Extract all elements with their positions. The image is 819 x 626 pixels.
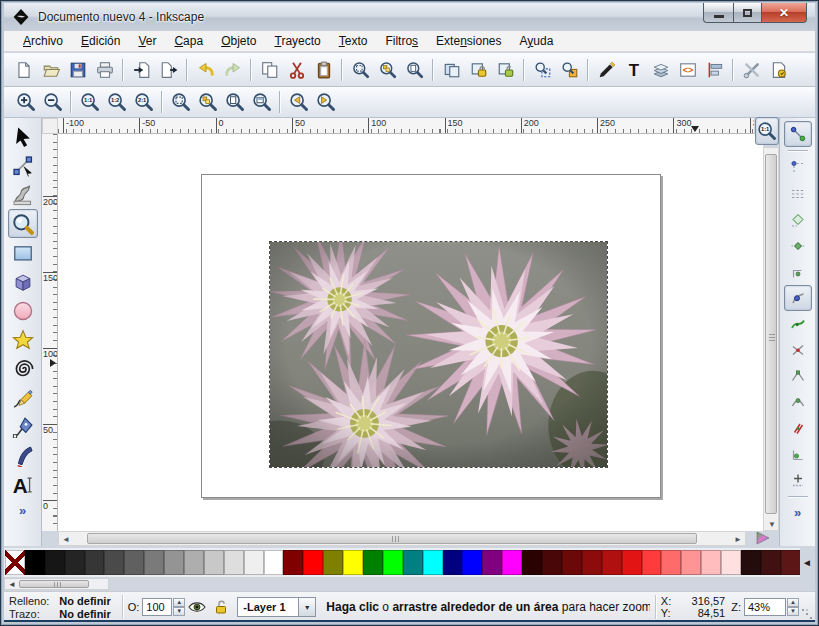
palette-swatch[interactable] <box>661 550 681 575</box>
layer-visibility-eye-icon[interactable] <box>188 599 206 615</box>
xml-editor-button[interactable] <box>674 57 701 83</box>
snap-bbox-corners-button[interactable] <box>784 207 812 233</box>
zoom-2-1-button[interactable]: 2:1 <box>130 89 157 115</box>
text-dialog-button[interactable] <box>620 57 647 83</box>
close-button[interactable]: ✕ <box>762 3 807 23</box>
maximize-button[interactable] <box>733 3 762 23</box>
palette-swatch[interactable] <box>25 550 45 575</box>
palette-swatch[interactable] <box>224 550 244 575</box>
selector-tool[interactable] <box>8 122 38 151</box>
save-button[interactable] <box>64 57 91 83</box>
palette-scrollbar-left-arrow[interactable]: ◄ <box>5 580 19 589</box>
snap-bbox-edges-button[interactable] <box>784 181 812 207</box>
palette-swatch[interactable] <box>602 550 622 575</box>
new-document-button[interactable] <box>10 57 37 83</box>
snap-rotation-centers-button[interactable] <box>784 467 812 493</box>
paste-button[interactable] <box>310 57 337 83</box>
scroll-down-arrow[interactable]: ▼ <box>768 520 776 529</box>
zoom-in-button[interactable] <box>12 89 39 115</box>
palette-scrollbar-thumb[interactable] <box>19 580 89 588</box>
vertical-scrollbar[interactable]: ▼ <box>763 147 779 531</box>
node-editor-tool[interactable] <box>8 151 38 180</box>
canvas[interactable] <box>58 134 763 531</box>
cut-button[interactable] <box>283 57 310 83</box>
palette-swatch[interactable] <box>701 550 721 575</box>
snap-path-intersections-button[interactable] <box>784 337 812 363</box>
zoom-drawing-button[interactable] <box>374 57 401 83</box>
horizontal-scrollbar-thumb[interactable] <box>87 533 697 544</box>
palette-swatch-none[interactable] <box>5 550 25 575</box>
zoom-down-arrow[interactable]: ▼ <box>787 607 799 616</box>
palette-swatch[interactable] <box>343 550 363 575</box>
menu-item-trayecto[interactable]: Trayecto <box>266 32 330 50</box>
palette-swatch[interactable] <box>403 550 423 575</box>
snap-toolbar-overflow-button[interactable]: » <box>794 505 801 520</box>
titlebar[interactable]: Documento nuevo 4 - Inkscape ✕ <box>4 3 815 31</box>
select-original-button[interactable] <box>529 57 556 83</box>
palette-swatch[interactable] <box>204 550 224 575</box>
find-button[interactable] <box>556 57 583 83</box>
document-properties-button[interactable] <box>765 57 792 83</box>
menu-item-ayuda[interactable]: Ayuda <box>511 32 563 50</box>
snap-bbox-centers-button[interactable] <box>784 259 812 285</box>
layer-selector[interactable]: -Layer 1 ▼ <box>237 597 316 617</box>
menu-item-archivo[interactable]: Archivo <box>14 32 72 50</box>
align-dialog-button[interactable] <box>701 57 728 83</box>
create-clone-button[interactable] <box>465 57 492 83</box>
zoom-page-button-2[interactable] <box>221 89 248 115</box>
snap-cusp-nodes-button[interactable] <box>784 363 812 389</box>
opacity-down-arrow[interactable]: ▼ <box>173 607 185 616</box>
menu-item-filtros[interactable]: Filtros <box>376 32 427 50</box>
duplicate-button[interactable] <box>438 57 465 83</box>
snap-bounding-box-button[interactable] <box>784 155 812 181</box>
zoom-next-button[interactable] <box>312 89 339 115</box>
horizontal-scrollbar[interactable]: ◄ ► <box>58 531 746 546</box>
palette-swatch[interactable] <box>462 550 482 575</box>
toolbox-overflow-button[interactable]: » <box>19 503 26 518</box>
palette-swatch[interactable] <box>781 550 800 575</box>
copy-button[interactable] <box>256 57 283 83</box>
palette-swatch[interactable] <box>124 550 144 575</box>
zoom-out-button[interactable] <box>39 89 66 115</box>
palette-swatch[interactable] <box>363 550 383 575</box>
tweak-tool[interactable] <box>8 180 38 209</box>
palette-swatch[interactable] <box>482 550 502 575</box>
menu-item-texto[interactable]: Texto <box>330 32 377 50</box>
palette-swatch[interactable] <box>164 550 184 575</box>
fill-stroke-button[interactable] <box>593 57 620 83</box>
menu-item-extensiones[interactable]: Extensiones <box>427 32 510 50</box>
vertical-scrollbar-thumb[interactable] <box>765 154 777 514</box>
scroll-right-arrow[interactable]: ► <box>734 535 742 544</box>
text-tool[interactable] <box>8 470 38 499</box>
zoom-1-1-button[interactable]: 1:1 <box>76 89 103 115</box>
fill-stroke-indicator[interactable]: Relleno: No definir Trazo: No definir <box>4 595 117 620</box>
palette-swatch[interactable] <box>562 550 582 575</box>
zoom-1-2-button[interactable]: 1:2 <box>103 89 130 115</box>
palette-swatch[interactable] <box>622 550 642 575</box>
opacity-up-arrow[interactable]: ▲ <box>173 598 185 607</box>
snap-object-centers-button[interactable] <box>784 441 812 467</box>
zoom-drawing-button-2[interactable] <box>194 89 221 115</box>
rectangle-tool[interactable] <box>8 238 38 267</box>
palette-swatch[interactable] <box>522 550 542 575</box>
opacity-value[interactable]: 100 <box>142 598 172 616</box>
opacity-spinbox[interactable]: 100 ▲▼ <box>142 598 185 616</box>
palette-swatch[interactable] <box>104 550 124 575</box>
snap-midpoints-button[interactable] <box>784 415 812 441</box>
sticky-zoom-button[interactable]: 1:1 <box>755 117 779 145</box>
palette-swatch[interactable] <box>184 550 204 575</box>
zoom-page-button[interactable] <box>401 57 428 83</box>
h-ruler[interactable]: -100-50050100150200250300350 <box>58 118 754 134</box>
palette-swatch[interactable] <box>741 550 761 575</box>
palette-swatch[interactable] <box>721 550 741 575</box>
palette-swatch[interactable] <box>423 550 443 575</box>
print-button[interactable] <box>91 57 118 83</box>
snap-nodes-button[interactable] <box>784 285 812 311</box>
selected-image-cactus-flowers[interactable] <box>269 241 608 468</box>
menu-item-capa[interactable]: Capa <box>165 32 212 50</box>
palette-swatch[interactable] <box>681 550 701 575</box>
calligraphy-tool[interactable] <box>8 441 38 470</box>
bezier-pen-tool[interactable] <box>8 412 38 441</box>
palette-swatch[interactable] <box>144 550 164 575</box>
palette-swatch[interactable] <box>303 550 323 575</box>
